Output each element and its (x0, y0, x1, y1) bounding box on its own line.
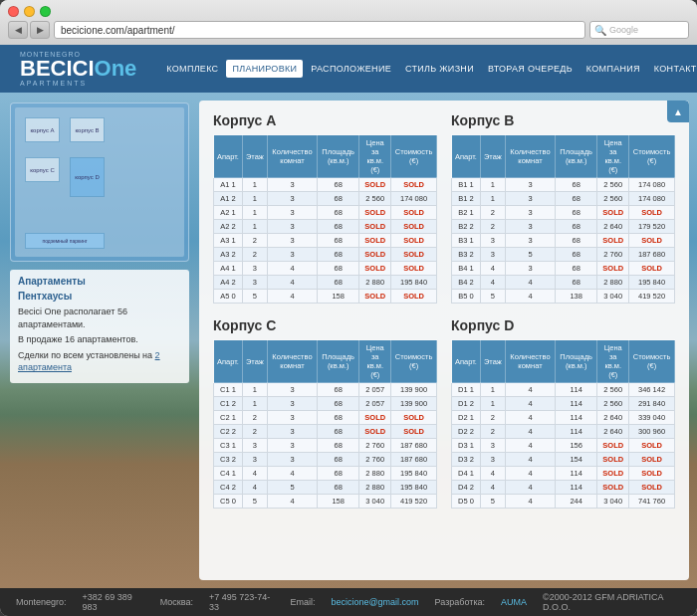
table-cell: 3 (267, 383, 317, 397)
footer-montenegro-label: Montenegro: (16, 597, 67, 607)
table-row: A3 12368SOLDSOLD (214, 234, 437, 248)
table-cell: 4 (267, 467, 317, 481)
table-cell: 4 (242, 481, 267, 495)
col-total: Стоимость (€) (629, 340, 675, 383)
building-c[interactable]: корпус С (25, 157, 60, 182)
table-cell: SOLD (359, 290, 391, 304)
table-cell: 2 880 (359, 481, 391, 495)
table-cell: 291 840 (629, 397, 675, 411)
table-cell: C5 0 (214, 495, 243, 509)
table-cell: C2 1 (214, 411, 243, 425)
table-cell: 68 (556, 248, 597, 262)
table-cell: C4 2 (214, 481, 243, 495)
col-total: Стоимость (€) (629, 135, 675, 178)
left-info-box: Апартаменты Пентхаусы Becici One распола… (10, 270, 189, 383)
table-cell: SOLD (597, 262, 629, 276)
table-cell: SOLD (359, 262, 391, 276)
col-apart: Апарт. (214, 135, 243, 178)
table-cell: 2 057 (359, 397, 391, 411)
table-cell: 179 520 (629, 220, 675, 234)
table-cell: 2 640 (597, 411, 629, 425)
nav-kompleks[interactable]: КОМПЛЕКС (160, 60, 224, 78)
table-cell: 4 (505, 481, 555, 495)
building-a-title: Корпус А (213, 112, 437, 128)
table-row: D1 2141142 560291 840 (452, 397, 675, 411)
table-cell: 114 (556, 467, 597, 481)
table-cell: SOLD (391, 262, 437, 276)
building-c-section: Корпус С Апарт. Этаж Количество комнат П… (213, 317, 437, 509)
col-floor: Этаж (242, 340, 267, 383)
table-cell: 2 (480, 206, 505, 220)
table-cell: 2 (242, 425, 267, 439)
table-cell: 244 (556, 495, 597, 509)
table-cell: B1 1 (452, 178, 481, 192)
table-cell: 4 (505, 276, 555, 290)
minimize-button[interactable] (24, 6, 35, 17)
table-cell: SOLD (359, 178, 391, 192)
table-cell: 154 (556, 453, 597, 467)
table-cell: SOLD (597, 439, 629, 453)
building-b[interactable]: корпус B (70, 117, 105, 142)
nav-raspolozhenie[interactable]: РАСПОЛОЖЕНИЕ (305, 60, 397, 78)
building-d-section: Корпус D Апарт. Этаж Количество комнат П… (451, 317, 675, 509)
building-b-section: Корпус B Апарт. Этаж Количество комнат П… (451, 112, 675, 304)
col-price-sqm: Цена за кв.м. (€) (359, 340, 391, 383)
content-panel[interactable]: ▲ Корпус А Апарт. Этаж Количество комнат (199, 101, 689, 580)
table-cell: 4 (505, 425, 555, 439)
table-row: A2 21368SOLDSOLD (214, 220, 437, 234)
table-cell: 68 (556, 192, 597, 206)
table-cell: 4 (505, 383, 555, 397)
table-cell: 114 (556, 383, 597, 397)
nav-vtoraya[interactable]: ВТОРАЯ ОЧЕРЕДЬ (482, 60, 579, 78)
table-cell: 1 (242, 192, 267, 206)
table-cell: 3 (480, 248, 505, 262)
nav-kompaniya[interactable]: КОМПАНИЯ (581, 60, 646, 78)
table-cell: 339 040 (629, 411, 675, 425)
col-rooms: Количество комнат (505, 340, 555, 383)
table-cell: 2 760 (597, 248, 629, 262)
table-cell: 68 (318, 397, 359, 411)
table-cell: 3 (480, 439, 505, 453)
nav-stil[interactable]: СТИЛЬ ЖИЗНИ (399, 60, 480, 78)
maximize-button[interactable] (40, 6, 51, 17)
table-cell: 3 (480, 234, 505, 248)
table-cell: 1 (242, 397, 267, 411)
table-row: C2 22368SOLDSOLD (214, 425, 437, 439)
table-cell: 68 (318, 192, 359, 206)
site-nav: КОМПЛЕКС ПЛАНИРОВКИ РАСПОЛОЖЕНИЕ СТИЛЬ Ж… (160, 60, 697, 78)
footer-email-link[interactable]: becicione@gmail.com (331, 597, 418, 607)
footer-dev-link[interactable]: AUMA (501, 597, 527, 607)
table-cell: SOLD (391, 234, 437, 248)
back-button[interactable]: ◀ (8, 21, 28, 39)
map-inner: корпус А корпус B корпус С корпус D подз… (15, 107, 184, 257)
scroll-top-button[interactable]: ▲ (667, 101, 689, 122)
search-icon: 🔍 (594, 25, 606, 36)
table-cell: SOLD (391, 248, 437, 262)
table-cell: 3 040 (597, 495, 629, 509)
forward-button[interactable]: ▶ (30, 21, 50, 39)
table-cell: 2 (242, 234, 267, 248)
close-button[interactable] (8, 6, 19, 17)
building-d[interactable]: корпус D (70, 157, 105, 197)
table-cell: C1 2 (214, 397, 243, 411)
address-bar[interactable]: becicione.com/apartment/ (54, 21, 585, 39)
table-cell: SOLD (629, 262, 675, 276)
table-cell: SOLD (391, 206, 437, 220)
table-cell: SOLD (629, 439, 675, 453)
table-cell: 2 640 (597, 425, 629, 439)
deals-text: Сделки по всем установлены на 2 апартаме… (18, 349, 181, 374)
search-bar[interactable]: 🔍 Google (589, 21, 689, 39)
table-cell: 1 (242, 383, 267, 397)
col-area: Площадь (кв.м.) (318, 340, 359, 383)
building-a[interactable]: корпус А (25, 117, 60, 142)
table-cell: SOLD (597, 234, 629, 248)
col-floor: Этаж (480, 340, 505, 383)
table-row: D2 1241142 640339 040 (452, 411, 675, 425)
building-a-table: Апарт. Этаж Количество комнат Площадь (к… (213, 134, 437, 304)
table-cell: 3 (505, 220, 555, 234)
nav-kontakty[interactable]: КОНТАКТЫ (648, 60, 697, 78)
nav-planirovki[interactable]: ПЛАНИРОВКИ (226, 60, 303, 78)
building-c-table: Апарт. Этаж Количество комнат Площадь (к… (213, 339, 437, 509)
table-row: A4 13468SOLDSOLD (214, 262, 437, 276)
table-cell: SOLD (391, 290, 437, 304)
